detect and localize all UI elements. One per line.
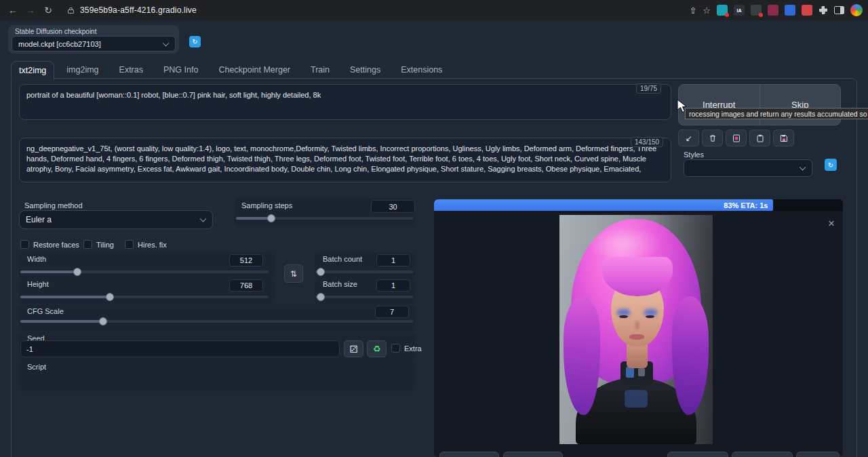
sampling-steps-value[interactable]: 30 <box>371 200 415 213</box>
side-panel-icon[interactable] <box>834 6 844 14</box>
tab-train[interactable]: Train <box>302 60 338 79</box>
output-action-button[interactable] <box>503 452 563 457</box>
checkpoint-label: Stable Diffusion checkpoint <box>15 28 96 35</box>
puzzle-icon[interactable] <box>818 5 828 15</box>
portrait-eye-left <box>619 315 628 318</box>
clipboard-icon <box>756 134 764 142</box>
checkbox-box <box>125 240 134 249</box>
script-block <box>19 360 415 391</box>
sampling-method-label: Sampling method <box>24 201 83 210</box>
width-value[interactable]: 512 <box>229 254 263 266</box>
address-url[interactable]: 359e5b9a-a5ff-4216.gradio.live <box>80 5 197 15</box>
profile-avatar[interactable] <box>850 4 863 16</box>
seed-input[interactable]: -1 <box>20 340 340 357</box>
seed-extra-checkbox[interactable]: Extra <box>391 344 422 353</box>
batch-size-slider[interactable] <box>316 293 414 301</box>
portrait-lips <box>629 334 644 340</box>
progress-text: 83% ETA: 1s <box>724 201 773 210</box>
batch-count-value[interactable]: 1 <box>376 254 410 266</box>
slider-thumb[interactable] <box>317 293 325 301</box>
tab-bar: txt2img img2img Extras PNG Info Checkpoi… <box>11 60 450 79</box>
tab-settings[interactable]: Settings <box>342 60 389 79</box>
checkpoint-value: model.ckpt [cc6cb27103] <box>18 40 101 48</box>
checkbox-box <box>20 240 29 249</box>
height-label: Height <box>27 280 49 288</box>
interrupt-tooltip: rocessing images and return any results … <box>685 108 868 119</box>
trash-icon <box>709 134 717 142</box>
sampling-steps-label: Sampling steps <box>241 201 292 210</box>
cfg-scale-slider[interactable] <box>20 317 414 325</box>
paste-params-button[interactable]: ↙ <box>678 130 699 146</box>
extension-teal-icon[interactable] <box>717 5 728 16</box>
checkbox-box <box>83 240 92 249</box>
hires-fix-label: Hires. fix <box>138 241 167 249</box>
width-slider[interactable] <box>20 268 269 276</box>
height-value[interactable]: 768 <box>229 279 263 292</box>
cfg-scale-value[interactable]: 7 <box>375 306 409 318</box>
tab-extensions[interactable]: Extensions <box>393 60 450 79</box>
output-action-button[interactable] <box>732 452 793 457</box>
extension-maroon-icon[interactable] <box>768 5 778 16</box>
random-seed-button[interactable]: ⚂ <box>344 340 363 357</box>
extension-blue-icon[interactable] <box>785 5 795 16</box>
back-icon[interactable]: ← <box>4 5 22 16</box>
negative-prompt-input[interactable]: ng_deepnegative_v1_75t, (worst quality, … <box>19 138 671 182</box>
output-action-button[interactable] <box>439 452 499 457</box>
notification-badge <box>725 13 729 17</box>
forward-icon[interactable]: → <box>22 5 39 16</box>
mouse-cursor <box>677 99 689 114</box>
cfg-scale-label: CFG Scale <box>27 307 64 315</box>
output-action-button[interactable] <box>667 452 728 457</box>
slider-track <box>316 271 414 273</box>
hires-fix-checkbox[interactable]: Hires. fix <box>125 240 167 249</box>
portrait-hair-highlight <box>587 226 661 261</box>
prompt-input[interactable]: portrait of a beautiful [woman::0.1] rob… <box>19 84 671 120</box>
extra-networks-button[interactable] <box>726 130 747 146</box>
slider-thumb[interactable] <box>73 268 81 276</box>
bookmark-star-icon[interactable]: ☆ <box>703 5 711 16</box>
tab-txt2img[interactable]: txt2img <box>11 61 54 80</box>
swap-dimensions-button[interactable]: ⇅ <box>284 264 303 283</box>
slider-thumb[interactable] <box>106 293 114 301</box>
save-style-button[interactable] <box>773 130 794 146</box>
slider-thumb[interactable] <box>99 317 107 325</box>
share-icon[interactable]: ⇧ <box>689 5 696 16</box>
apply-styles-button[interactable] <box>749 130 770 146</box>
extension-ia-icon[interactable]: IA <box>734 5 745 16</box>
checkpoint-dropdown[interactable]: model.ckpt [cc6cb27103] <box>12 36 176 52</box>
output-action-button[interactable] <box>796 452 840 457</box>
tab-checkpoint-merger[interactable]: Checkpoint Merger <box>210 60 298 79</box>
styles-label: Styles <box>684 151 704 159</box>
checkbox-box <box>391 344 400 353</box>
card-icon <box>732 134 741 142</box>
slider-thumb[interactable] <box>267 214 275 222</box>
clear-prompt-button[interactable] <box>702 130 723 146</box>
slider-thumb[interactable] <box>317 268 325 276</box>
tab-png-info[interactable]: PNG Info <box>155 60 206 79</box>
script-label: Script <box>27 363 46 371</box>
batch-size-value[interactable]: 1 <box>376 279 410 292</box>
slider-track <box>316 296 414 298</box>
checkpoint-refresh-button[interactable]: ↻ <box>189 36 201 47</box>
batch-size-label: Batch size <box>323 280 357 288</box>
extension-monitor-icon[interactable] <box>751 5 762 16</box>
portrait-eye-right <box>646 315 654 318</box>
checkpoint-panel: Stable Diffusion checkpoint model.ckpt [… <box>8 25 179 54</box>
portrait-hair-strand-left <box>564 296 600 415</box>
tab-img2img[interactable]: img2img <box>58 60 106 79</box>
batch-count-slider[interactable] <box>316 268 414 276</box>
height-slider[interactable] <box>20 293 269 301</box>
negative-prompt-token-counter: 143/150 <box>631 137 663 147</box>
progress-fill: 83% ETA: 1s <box>434 199 773 211</box>
sampling-steps-slider[interactable] <box>236 214 414 222</box>
tiling-checkbox[interactable]: Tiling <box>83 240 114 249</box>
reuse-seed-button[interactable]: ♻ <box>367 340 387 357</box>
reload-icon[interactable]: ↻ <box>39 5 57 16</box>
generated-image-preview[interactable] <box>559 215 713 444</box>
slider-fill <box>20 296 110 298</box>
close-preview-icon[interactable]: × <box>828 217 835 231</box>
slider-fill <box>236 217 271 220</box>
restore-faces-checkbox[interactable]: Restore faces <box>20 240 79 249</box>
extension-red-icon[interactable] <box>802 5 812 16</box>
tab-extras[interactable]: Extras <box>111 60 151 79</box>
